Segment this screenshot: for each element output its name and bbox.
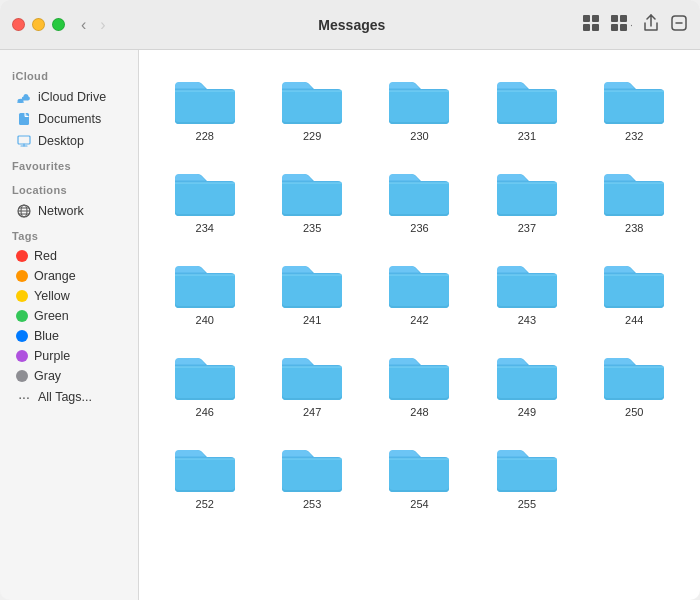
doc-icon	[16, 111, 32, 127]
folder-label-230: 230	[410, 130, 428, 142]
sidebar-label-green: Green	[34, 309, 69, 323]
sidebar-section-favourites: Favourites	[0, 152, 138, 176]
grid-view-button[interactable]	[582, 14, 600, 35]
folder-icon-254	[385, 440, 453, 494]
sidebar-item-purple[interactable]: Purple	[4, 346, 134, 366]
folder-item-249[interactable]: 249	[477, 342, 576, 424]
folder-item-253[interactable]: 253	[262, 434, 361, 516]
folder-label-228: 228	[196, 130, 214, 142]
close-button[interactable]	[12, 18, 25, 31]
folder-icon-235	[278, 164, 346, 218]
monitor-icon	[16, 133, 32, 149]
folder-icon-243	[493, 256, 561, 310]
sidebar-item-desktop[interactable]: Desktop	[4, 130, 134, 152]
folder-item-232[interactable]: 232	[585, 66, 684, 148]
folder-icon-229	[278, 72, 346, 126]
main-content: iCloud iCloud Drive	[0, 50, 700, 600]
sidebar-label-desktop: Desktop	[38, 134, 84, 148]
sidebar-item-green[interactable]: Green	[4, 306, 134, 326]
share-button[interactable]	[642, 14, 660, 35]
folder-item-244[interactable]: 244	[585, 250, 684, 332]
folder-item-234[interactable]: 234	[155, 158, 254, 240]
folder-item-246[interactable]: 246	[155, 342, 254, 424]
sidebar-label-yellow: Yellow	[34, 289, 70, 303]
svg-text:⌄: ⌄	[629, 19, 632, 29]
folder-label-231: 231	[518, 130, 536, 142]
sidebar-item-documents[interactable]: Documents	[4, 108, 134, 130]
green-dot	[16, 310, 28, 322]
folder-icon-241	[278, 256, 346, 310]
minimize-button[interactable]	[32, 18, 45, 31]
folder-label-242: 242	[410, 314, 428, 326]
folder-label-255: 255	[518, 498, 536, 510]
sidebar-item-gray[interactable]: Gray	[4, 366, 134, 386]
folder-item-247[interactable]: 247	[262, 342, 361, 424]
view-options-button[interactable]: ⌄	[610, 14, 632, 35]
orange-dot	[16, 270, 28, 282]
folder-label-234: 234	[196, 222, 214, 234]
sidebar-item-red[interactable]: Red	[4, 246, 134, 266]
back-button[interactable]: ‹	[77, 14, 90, 36]
folder-label-253: 253	[303, 498, 321, 510]
folder-label-240: 240	[196, 314, 214, 326]
folder-grid: 228 229	[155, 66, 684, 516]
folder-item-237[interactable]: 237	[477, 158, 576, 240]
folder-item-248[interactable]: 248	[370, 342, 469, 424]
folder-icon-236	[385, 164, 453, 218]
folder-icon-255	[493, 440, 561, 494]
folder-icon-230	[385, 72, 453, 126]
folder-label-252: 252	[196, 498, 214, 510]
sidebar-section-tags: Tags	[0, 222, 138, 246]
folder-item-236[interactable]: 236	[370, 158, 469, 240]
folder-item-230[interactable]: 230	[370, 66, 469, 148]
folder-item-242[interactable]: 242	[370, 250, 469, 332]
sidebar-label-red: Red	[34, 249, 57, 263]
folder-item-238[interactable]: 238	[585, 158, 684, 240]
svg-rect-6	[611, 24, 618, 31]
folder-item-254[interactable]: 254	[370, 434, 469, 516]
maximize-button[interactable]	[52, 18, 65, 31]
sidebar-item-yellow[interactable]: Yellow	[4, 286, 134, 306]
folder-label-248: 248	[410, 406, 428, 418]
folder-item-255[interactable]: 255	[477, 434, 576, 516]
folder-item-231[interactable]: 231	[477, 66, 576, 148]
action-button[interactable]	[670, 14, 688, 35]
cloud-icon	[16, 89, 32, 105]
svg-rect-2	[583, 24, 590, 31]
ellipsis-icon: ···	[16, 389, 32, 405]
sidebar-item-blue[interactable]: Blue	[4, 326, 134, 346]
folder-label-232: 232	[625, 130, 643, 142]
sidebar-item-network[interactable]: Network	[4, 200, 134, 222]
folder-icon-247	[278, 348, 346, 402]
sidebar: iCloud iCloud Drive	[0, 50, 139, 600]
sidebar-section-locations: Locations	[0, 176, 138, 200]
sidebar-label-purple: Purple	[34, 349, 70, 363]
forward-button[interactable]: ›	[96, 14, 109, 36]
folder-item-241[interactable]: 241	[262, 250, 361, 332]
sidebar-item-all-tags[interactable]: ··· All Tags...	[4, 386, 134, 408]
folder-label-236: 236	[410, 222, 428, 234]
svg-rect-1	[592, 15, 599, 22]
svg-rect-4	[611, 15, 618, 22]
folder-label-229: 229	[303, 130, 321, 142]
folder-item-228[interactable]: 228	[155, 66, 254, 148]
sidebar-item-icloud-drive[interactable]: iCloud Drive	[4, 86, 134, 108]
sidebar-label-orange: Orange	[34, 269, 76, 283]
folder-item-243[interactable]: 243	[477, 250, 576, 332]
sidebar-item-orange[interactable]: Orange	[4, 266, 134, 286]
folder-item-250[interactable]: 250	[585, 342, 684, 424]
folder-item-229[interactable]: 229	[262, 66, 361, 148]
folder-icon-253	[278, 440, 346, 494]
folder-icon-228	[171, 72, 239, 126]
folder-label-235: 235	[303, 222, 321, 234]
folder-icon-231	[493, 72, 561, 126]
folder-item-252[interactable]: 252	[155, 434, 254, 516]
folder-icon-249	[493, 348, 561, 402]
folder-item-235[interactable]: 235	[262, 158, 361, 240]
folder-icon-242	[385, 256, 453, 310]
sidebar-label-gray: Gray	[34, 369, 61, 383]
svg-rect-0	[583, 15, 590, 22]
folder-item-240[interactable]: 240	[155, 250, 254, 332]
folder-icon-234	[171, 164, 239, 218]
gray-dot	[16, 370, 28, 382]
